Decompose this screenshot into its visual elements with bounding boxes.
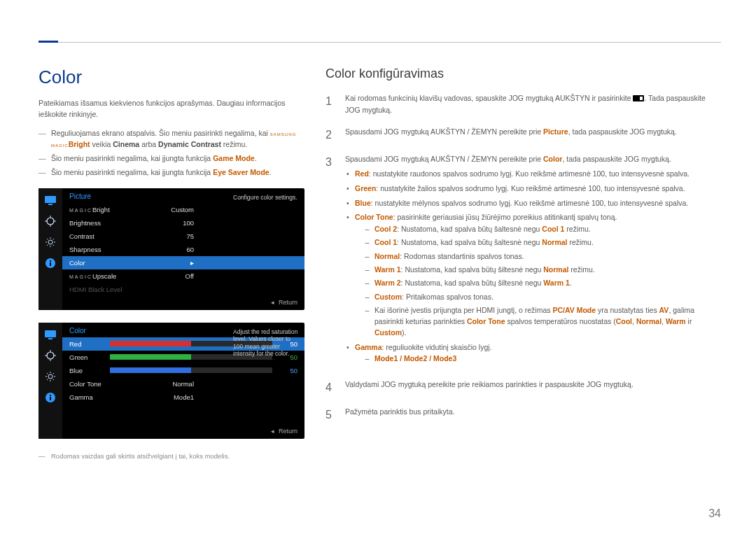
osd-title: Picture [69,192,91,200]
osd-row-contrast: Contrast 75 [62,230,304,243]
warm1-term: Warm 1 [374,265,401,274]
warm2-term: Warm 2 [374,279,401,287]
cool1-ref: Cool 1 [542,225,564,233]
sub-end: . [570,279,572,287]
osd-row-color: Color ▸ [62,256,304,269]
note-1-end: režimu. [221,140,247,148]
step-body: Kai rodomas funkcinių klavišų vadovas, s… [345,92,721,116]
note-1-text: Reguliuojamas ekrano atspalvis. Šio meni… [51,129,270,137]
target-icon [42,213,59,229]
sub-end: režimu. [564,225,590,233]
row-value: Normal [152,380,194,388]
magic-text: MAGIC [69,274,92,279]
gamma-modes-text: Mode1 / Mode2 / Mode3 [374,354,456,363]
monitor-icon [42,192,59,208]
sub-end: režimu. [568,265,594,274]
gamma-sublist: Mode1 / Mode2 / Mode3 [365,353,721,364]
svg-point-13 [47,352,54,359]
sub-end: režimu. [568,238,594,246]
osd-color-menu: Color Adjust the red saturation level. V… [38,323,304,439]
blue-bar [110,367,272,373]
step-text-b: , tada paspauskite JOG mygtuką. [568,127,677,136]
bullet-blue: Blue: nustatykite mėlynos spalvos sodrum… [345,197,721,209]
bullet-red: Red: nustatykite raudonos spalvos sodrum… [345,168,721,180]
osd-row-magic-bright: MAGICBright Custom [62,203,304,216]
green-term: Green [355,184,376,192]
svg-rect-12 [48,338,52,339]
osd-rows: MAGICBright Custom Brightness 100 Contra… [62,203,304,296]
top-accent [38,41,58,43]
bullet-gamma: Gamma: reguliuokite vidutinį skaisčio ly… [345,342,721,365]
column-left: Color Pateikiamas išsamus kiekvienos fun… [38,66,304,506]
pcav-term: PC/AV Mode [552,306,596,314]
menu-icon [633,95,644,101]
red-term: Red [355,169,369,178]
sub-text: : Nustatoma, kad spalva būtų šaltesnė ne… [397,225,542,233]
row-value: Mode1 [152,393,194,401]
footnote: Rodomas vaizdas gali skirtis atsižvelgia… [38,451,304,462]
row-value: 60 [152,246,194,253]
color-tone-sublist: Cool 2: Nustatoma, kad spalva būtų šalte… [365,223,721,338]
row-label: Red [69,340,104,348]
sub-text: : Nustatoma, kad spalva būtų šiltesnė ne… [401,279,544,287]
normal-ref: Normal [543,265,568,274]
return-label: Return [279,299,298,306]
gamma-term: Gamma [355,343,382,351]
svg-rect-1 [48,204,52,205]
and-text: ir [686,317,692,325]
sub-warm1: Warm 1: Nustatoma, kad spalva būtų šilte… [365,264,721,275]
color-tone-term: Color Tone [355,213,393,221]
osd-row-color-tone: Color Tone Normal [62,377,304,391]
eye-saver-term: Eye Saver Mode [213,168,270,176]
note-1-mid: veikia [90,140,113,148]
gear-icon [42,369,59,384]
row-value: Off [152,272,194,280]
sub-text: : Nustatoma, kad spalva būtų šaltesnė ne… [397,238,542,246]
hdmi-text-g: spalvos temperatūros nuostatas ( [505,317,616,325]
cool1-term: Cool 1 [374,238,397,246]
note-3-end: . [270,168,272,176]
osd-footer: ◂Return [62,296,304,310]
row-label: Brightness [69,219,146,227]
step-num: 3 [326,153,335,368]
svg-point-2 [47,218,54,225]
sub-text: : Rodomas standartinis spalvos tonas. [400,252,524,260]
sub-custom: Custom: Pritaikomas spalvos tonas. [365,291,721,302]
warm1-ref: Warm 1 [543,279,570,287]
note-3-text: Šio meniu pasirinkti negalima, kai įjung… [51,168,213,176]
osd-row-brightness: Brightness 100 [62,216,304,230]
row-label: Color Tone [69,380,146,388]
row-value: Custom [152,206,194,213]
cool-ref: Cool [616,317,632,325]
monitor-icon [42,327,59,342]
svg-rect-9 [50,262,51,266]
step-1: 1 Kai rodomas funkcinių klavišų vadovas,… [326,92,721,116]
footnote-list: Rodomas vaizdas gali skirtis atsižvelgia… [38,451,304,462]
left-triangle-icon: ◂ [271,299,274,306]
step-num: 4 [326,379,335,397]
sub-cool2: Cool 2: Nustatoma, kad spalva būtų šalte… [365,223,721,234]
step-text: Spausdami JOG mygtuką AUKŠTYN / ŽEMYN pe… [345,155,543,163]
osd-tooltip: Configure color settings. [230,191,302,204]
row-value: 50 [278,367,298,374]
step-text-b: , tada paspauskite JOG mygtuką. [562,155,671,163]
osd-footer: ◂Return [62,425,304,439]
bright-label: Bright [69,140,90,148]
note-1-or: arba [139,140,158,148]
osd-row-blue: Blue 50 [62,364,304,377]
magic-text: MAGIC [69,208,92,213]
section-title: Color konfigūravimas [326,66,721,81]
step-text: Kai rodomas funkcinių klavišų vadovas, s… [345,94,633,102]
osd-row-magic-upscale: MAGICUpscale Off [62,269,304,283]
color-tone-ref: Color Tone [467,317,505,325]
osd-row-gamma: Gamma Mode1 [62,391,304,404]
osd-row-sharpness: Sharpness 60 [62,243,304,256]
sub-warm2: Warm 2: Nustatoma, kad spalva būtų šilte… [365,277,721,288]
blue-term: Blue [355,199,371,207]
osd-picture-menu: Picture Configure color settings. MAGICB… [38,188,304,310]
bullet-text: : nustatykite raudonos spalvos sodrumo l… [369,169,690,178]
step-4: 4 Valdydami JOG mygtuką pereikite prie r… [326,379,721,397]
svg-rect-0 [45,196,56,203]
return-label: Return [279,428,298,435]
av-term: AV [659,306,669,314]
